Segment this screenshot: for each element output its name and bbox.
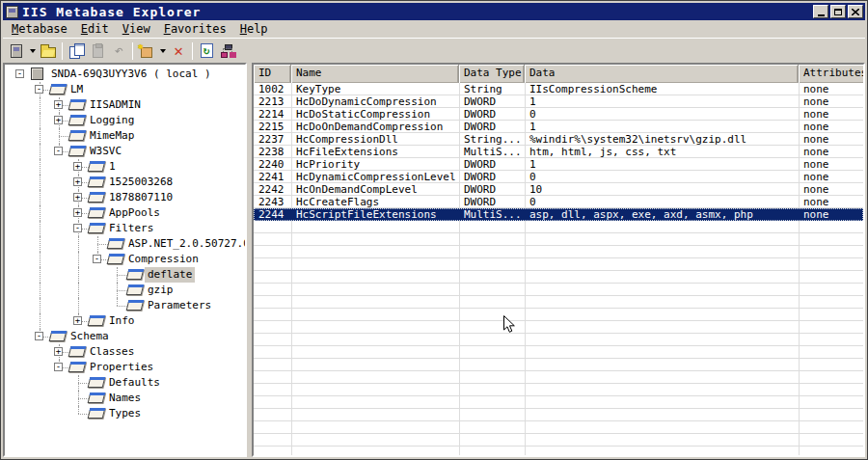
open-button[interactable]: [38, 41, 59, 62]
tree-expander-plus[interactable]: +: [54, 100, 63, 109]
tree-item-deflate[interactable]: deflate: [5, 267, 245, 283]
tree-item-gzip[interactable]: gzip: [5, 283, 245, 298]
tree-item-classes[interactable]: +Classes: [5, 344, 245, 360]
tree-item-compression[interactable]: -Compression: [5, 252, 245, 267]
tree-item-apppools[interactable]: +AppPools: [5, 205, 245, 221]
tree-label[interactable]: Properties: [87, 360, 156, 375]
tree-expander-minus[interactable]: -: [54, 363, 63, 371]
connect-button[interactable]: [6, 41, 27, 62]
tree-label[interactable]: deflate: [145, 267, 195, 283]
column-header-name[interactable]: Name: [291, 65, 459, 83]
tree-expander-plus[interactable]: +: [73, 193, 82, 202]
tree-expander-plus[interactable]: +: [54, 116, 63, 124]
column-header-id[interactable]: ID: [254, 65, 291, 83]
list-row-2215[interactable]: 2215HcDoOnDemandCompressionDWORD1none: [254, 121, 863, 133]
tree-label[interactable]: Schema: [68, 329, 112, 344]
tree-item-1525003268[interactable]: +1525003268: [5, 175, 245, 190]
list-row-2244[interactable]: 2244HcScriptFileExtensionsMultiS...asp, …: [254, 208, 863, 221]
tree-expander-minus[interactable]: -: [15, 69, 24, 78]
tree-label[interactable]: LM: [68, 82, 86, 97]
tree-label[interactable]: Compression: [125, 252, 202, 267]
key-icon: [107, 238, 125, 249]
tree-item-mimemap[interactable]: MimeMap: [5, 128, 245, 144]
new-key-dropdown-button[interactable]: [157, 41, 168, 62]
tree-label[interactable]: 1878807110: [106, 190, 176, 205]
tree-label[interactable]: 1: [106, 159, 119, 175]
menu-item-metabase[interactable]: Metabase: [5, 21, 74, 37]
list-row-2241[interactable]: 2241HcDynamicCompressionLevelDWORD0none: [254, 171, 863, 183]
tree-item-info[interactable]: +Info: [5, 313, 245, 329]
tree-item-snda-69q3uyy3v6-local[interactable]: -SNDA-69Q3UYY3V6 ( local ): [5, 67, 245, 82]
tree-expander-minus[interactable]: -: [35, 332, 43, 340]
list-row-2243[interactable]: 2243HcCreateFlagsDWORD0none: [254, 196, 863, 208]
tree-item-defaults[interactable]: Defaults: [5, 375, 245, 391]
tree-item-parameters[interactable]: Parameters: [5, 298, 245, 313]
tree-item-1[interactable]: +1: [5, 159, 245, 175]
tree-expander-minus[interactable]: -: [73, 224, 82, 232]
tree-item-w3svc[interactable]: -W3SVC: [5, 144, 245, 159]
tree-label[interactable]: SNDA-69Q3UYY3V6 ( local ): [48, 67, 214, 82]
tree-expander-plus[interactable]: +: [73, 208, 82, 217]
menu-item-edit[interactable]: Edit: [74, 21, 116, 37]
list-row-2213[interactable]: 2213HcDoDynamicCompressionDWORD1none: [254, 95, 863, 108]
refresh-button[interactable]: ↻: [196, 41, 217, 62]
tree-label[interactable]: Classes: [87, 344, 137, 360]
tree-label[interactable]: gzip: [145, 283, 176, 298]
menu-item-view[interactable]: View: [116, 21, 157, 37]
tree-label[interactable]: Types: [106, 406, 144, 421]
delete-button[interactable]: ✕: [168, 41, 189, 62]
list-row-2237[interactable]: 2237HcCompressionDllString...%windir%\sy…: [254, 133, 863, 146]
list-row-2238[interactable]: 2238HcFileExtensionsMultiS...htm, html, …: [254, 146, 863, 158]
tree-label[interactable]: ASP.NET_2.0.50727.0: [125, 236, 247, 252]
tree-item-names[interactable]: Names: [5, 391, 245, 406]
tree-item-iisadmin[interactable]: +IISADMIN: [5, 97, 245, 113]
tree-expander-plus[interactable]: +: [54, 347, 63, 356]
close-button[interactable]: [848, 5, 863, 18]
tree-item-types[interactable]: Types: [5, 406, 245, 421]
maximize-button[interactable]: [830, 5, 846, 18]
hierarchy-view-button[interactable]: [217, 41, 238, 62]
hierarchy-icon: [220, 44, 235, 58]
menu-item-favorites[interactable]: Favorites: [157, 21, 233, 37]
tree-label[interactable]: IISADMIN: [87, 97, 144, 113]
tree-label[interactable]: Logging: [87, 113, 137, 128]
tree-item-schema[interactable]: -Schema: [5, 329, 245, 344]
list-row-1002[interactable]: 1002KeyTypeStringIIsCompressionSchemenon…: [254, 83, 863, 95]
paste-button[interactable]: [87, 41, 108, 62]
tree-label[interactable]: AppPools: [106, 205, 163, 221]
tree-label[interactable]: Defaults: [106, 375, 163, 391]
list-row-2240[interactable]: 2240HcPriorityDWORD1none: [254, 158, 863, 171]
new-key-button[interactable]: [136, 41, 157, 62]
tree-label[interactable]: Names: [106, 391, 144, 406]
list-row-2242[interactable]: 2242HcOnDemandCompLevelDWORD10none: [254, 183, 863, 196]
key-icon: [126, 269, 145, 280]
list-row-2214[interactable]: 2214HcDoStaticCompressionDWORD0none: [254, 108, 863, 121]
column-header-data-type[interactable]: Data Type: [459, 65, 525, 83]
tree-label[interactable]: MimeMap: [87, 128, 137, 144]
undo-button[interactable]: ↶: [108, 41, 129, 62]
tree-label[interactable]: Parameters: [145, 298, 214, 313]
tree-item-logging[interactable]: +Logging: [5, 113, 245, 128]
tree-label[interactable]: W3SVC: [87, 144, 124, 159]
tree-expander-minus[interactable]: -: [93, 255, 101, 263]
tree-item-asp-net-2-0-50727-0[interactable]: ASP.NET_2.0.50727.0: [5, 236, 245, 252]
tree-expander-plus[interactable]: +: [73, 162, 82, 171]
copy-button[interactable]: [66, 41, 87, 62]
tree-label[interactable]: Filters: [106, 221, 156, 236]
tree-label[interactable]: Info: [106, 313, 138, 329]
connect-dropdown-button[interactable]: [27, 41, 38, 62]
column-header-data[interactable]: Data: [525, 65, 799, 83]
column-header-attributes[interactable]: Attributes: [799, 65, 865, 83]
tree-item-properties[interactable]: -Properties: [5, 360, 245, 375]
tree-expander-plus[interactable]: +: [73, 316, 82, 325]
tree-expander-minus[interactable]: -: [54, 147, 63, 155]
tree-expander-minus[interactable]: -: [35, 85, 43, 94]
tree-label[interactable]: 1525003268: [106, 175, 176, 190]
tree-item-1878807110[interactable]: +1878807110: [5, 190, 245, 205]
tree-item-lm[interactable]: -LM: [5, 82, 245, 97]
menu-item-help[interactable]: Help: [233, 21, 275, 37]
tree-item-filters[interactable]: -Filters: [5, 221, 245, 236]
tree-expander-plus[interactable]: +: [73, 177, 82, 186]
minimize-button[interactable]: [813, 5, 828, 18]
tree-guide-line: [117, 290, 118, 298]
